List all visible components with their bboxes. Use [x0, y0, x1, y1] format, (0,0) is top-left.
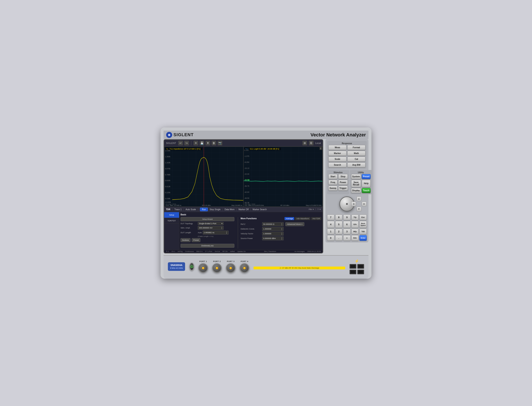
- port3-inner: [229, 266, 233, 270]
- tdr-refz-value[interactable]: 50.000000 Ω ▲▼: [262, 222, 284, 226]
- num-9[interactable]: 9: [343, 215, 350, 220]
- camera-btn[interactable]: 📷: [218, 141, 222, 145]
- num-4[interactable]: 4: [327, 221, 335, 228]
- undo-btn[interactable]: ↩: [178, 141, 183, 145]
- source-power-stepper[interactable]: ▲▼: [281, 237, 283, 240]
- tdr-refz-label: Ref.Z: [240, 223, 262, 225]
- num-tp[interactable]: T/p: [351, 215, 359, 220]
- tab-average[interactable]: Average: [284, 217, 294, 220]
- power-btn[interactable]: ⏻: [189, 263, 194, 270]
- num-plusminus[interactable]: ±: [343, 235, 350, 241]
- tdr-stim-ampl-value[interactable]: 200.000000 mV ▲▼: [198, 226, 224, 230]
- tdr-setup-btn[interactable]: Setup: [164, 212, 179, 218]
- tdr-velocity-label: Velocity Factor: [240, 232, 262, 235]
- tdr-label: TDR: [166, 208, 170, 211]
- nav-down-btn[interactable]: ▼: [357, 207, 361, 211]
- num-dot[interactable]: .: [335, 235, 343, 241]
- cursor-btn[interactable]: ✛: [193, 141, 198, 145]
- num-km[interactable]: k/m: [351, 235, 359, 241]
- nav-left-btn[interactable]: ◄: [351, 202, 356, 206]
- tab-hot-tdr[interactable]: Hot TDR: [311, 217, 321, 220]
- trigger-btn[interactable]: Trigger: [338, 186, 348, 191]
- num-6[interactable]: 6: [343, 221, 350, 228]
- search-btn[interactable]: Search: [328, 162, 346, 167]
- system-btn[interactable]: System: [351, 174, 361, 179]
- nav-up-btn[interactable]: ▲: [357, 196, 361, 201]
- svg-text:-15.13: -15.13: [244, 167, 249, 169]
- tab-adv-waveform[interactable]: Adv Waveform: [295, 217, 310, 220]
- freq-btn[interactable]: Freq: [328, 180, 337, 185]
- tdr-tdt-btn[interactable]: TDR/TDT: [164, 218, 179, 224]
- refz-stepper[interactable]: ▲▼: [281, 223, 283, 226]
- save-btn[interactable]: 💾: [199, 141, 204, 145]
- num-0[interactable]: 0: [327, 235, 335, 241]
- num-5[interactable]: 5: [335, 221, 343, 228]
- velocity-stepper[interactable]: ▲▼: [281, 232, 283, 235]
- port2-inner: [215, 266, 219, 270]
- num-gn[interactable]: G/n: [351, 221, 359, 228]
- preset-btn[interactable]: Preset: [362, 174, 371, 179]
- num-7[interactable]: 7: [327, 215, 335, 220]
- response-section: Response Meas Format Marker Math Scale C…: [327, 141, 367, 169]
- num-8[interactable]: 8: [335, 215, 343, 220]
- num-tab[interactable]: Tab: [359, 229, 367, 234]
- nav-right-btn[interactable]: ►: [362, 202, 366, 206]
- format-btn[interactable]: Format: [347, 145, 365, 150]
- deskew-loss-btn[interactable]: Deskew&Loss: [181, 244, 234, 248]
- num-backspace[interactable]: Back Space: [359, 221, 367, 228]
- numpad: 7 8 9 T/p Esc 4 5 6 G/n Back Space 1 2 3…: [327, 215, 367, 241]
- tdr-dut-topology-value[interactable]: Single-Ended 1-Port ▾: [198, 222, 224, 225]
- num-enter[interactable]: Enter: [359, 235, 367, 241]
- tdr-marker-off: Marker Off: [239, 208, 248, 211]
- stop-btn[interactable]: Stop: [338, 174, 348, 179]
- scale-btn[interactable]: Scale: [328, 157, 346, 162]
- usb-port-2[interactable]: [357, 264, 364, 269]
- usb-port-3[interactable]: [350, 270, 356, 274]
- usb-port-1[interactable]: [350, 264, 356, 269]
- cal-btn[interactable]: Cal: [347, 157, 365, 162]
- tdr-wizard-btn[interactable]: Setup Wizard: [181, 217, 234, 221]
- tdr-advanced-btn[interactable]: Advanced More>>: [285, 222, 304, 226]
- status-messages: no messages: [294, 250, 305, 252]
- utility-section: Utility System Preset Save Recall Help D…: [350, 170, 372, 194]
- link-icon[interactable]: ⛓: [309, 141, 313, 145]
- tdr-velocity-value[interactable]: 1.000000 ▲▼: [262, 232, 284, 236]
- tdr-dielectric-value[interactable]: 1.000000 ▲▼: [262, 227, 284, 231]
- stim-ampl-stepper[interactable]: ▲▼: [221, 226, 223, 229]
- preset-btn[interactable]: Preset: [192, 238, 200, 242]
- tdr-run-btn[interactable]: Run: [200, 208, 208, 211]
- delete-btn[interactable]: 🗑: [211, 141, 216, 145]
- tdr-refz-row: Ref.Z 50.000000 Ω ▲▼: [240, 222, 284, 226]
- tdr-dut-length-label: DUT Length: [181, 232, 198, 234]
- touch-btn[interactable]: Touch: [362, 188, 371, 193]
- dut-length-stepper[interactable]: ▲▼: [226, 231, 227, 234]
- num-3[interactable]: 3: [343, 229, 350, 234]
- usb-port-4[interactable]: [357, 270, 364, 274]
- start-btn[interactable]: Start: [328, 174, 337, 179]
- num-2[interactable]: 2: [335, 229, 343, 234]
- dielectric-stepper[interactable]: ▲▼: [281, 227, 283, 231]
- tdr-dut-length-value[interactable]: 2.955882 ns ▲▼: [203, 231, 229, 234]
- save-recall-btn[interactable]: Save Recall: [351, 180, 361, 187]
- marker-btn[interactable]: Marker: [328, 151, 346, 156]
- num-1[interactable]: 1: [327, 229, 335, 234]
- avg-bw-btn[interactable]: Avg BW: [347, 162, 365, 167]
- tdr-source-power-value[interactable]: 0.000000 dBm ▲▼: [262, 236, 284, 240]
- deskew-btn[interactable]: Deskew: [181, 238, 190, 242]
- sweep-btn[interactable]: Sweep: [328, 186, 337, 191]
- meas-btn[interactable]: Meas: [328, 145, 346, 150]
- status-intref: IntRef: [230, 250, 235, 252]
- num-mu[interactable]: M/μ: [351, 229, 359, 234]
- math-btn[interactable]: Math: [347, 151, 365, 156]
- tdr-close-btn[interactable]: ×: [319, 208, 321, 211]
- svg-text:-22.00: -22.00: [244, 173, 249, 175]
- grid-icon[interactable]: ⊞: [302, 141, 307, 145]
- redo-btn[interactable]: ↪: [184, 141, 189, 145]
- power-btn[interactable]: Power: [338, 180, 348, 185]
- num-esc[interactable]: Esc: [359, 215, 367, 220]
- help-btn[interactable]: Help: [362, 180, 371, 187]
- tdr-sep6: |: [250, 208, 251, 211]
- display-btn[interactable]: Display: [351, 188, 361, 193]
- upload-btn[interactable]: ⬆: [205, 141, 210, 145]
- status-inttrig: IntTrig: [178, 250, 182, 252]
